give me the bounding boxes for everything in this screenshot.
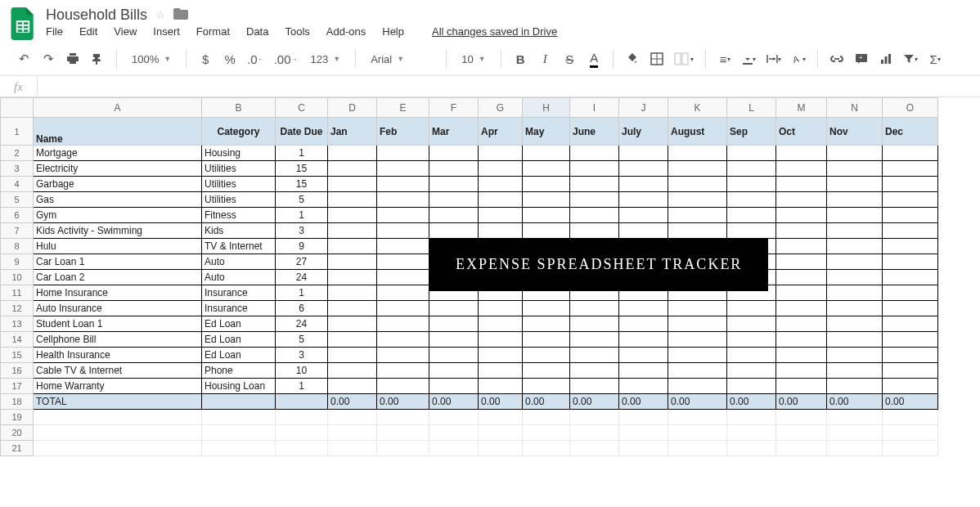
cell-H13[interactable] — [523, 316, 570, 332]
cell-K3[interactable] — [668, 161, 727, 177]
cell-D14[interactable] — [328, 332, 377, 348]
borders-button[interactable] — [646, 47, 668, 70]
cell-G18[interactable]: 0.00 — [479, 394, 523, 410]
cell-M12[interactable] — [776, 301, 827, 316]
cell-C12[interactable]: 6 — [276, 301, 328, 316]
cell-O10[interactable] — [883, 270, 938, 285]
currency-button[interactable]: $ — [195, 47, 216, 70]
cell-J15[interactable] — [619, 348, 668, 363]
cell-M5[interactable] — [776, 192, 827, 208]
cell-N8[interactable] — [827, 239, 883, 254]
col-header-B[interactable]: B — [202, 98, 276, 118]
functions-button[interactable]: Σ▾ — [924, 47, 946, 70]
cell-L12[interactable] — [727, 301, 776, 316]
cell-L13[interactable] — [727, 316, 776, 332]
cell-G7[interactable] — [479, 223, 523, 239]
row-header-17[interactable]: 17 — [1, 379, 34, 394]
paint-format-button[interactable] — [87, 47, 108, 70]
cell-C21[interactable] — [276, 441, 328, 456]
cell-O16[interactable] — [883, 363, 938, 379]
cell-M21[interactable] — [776, 441, 827, 456]
cell-M1[interactable]: Oct — [776, 118, 827, 146]
col-header-J[interactable]: J — [619, 98, 668, 118]
cell-I5[interactable] — [570, 192, 619, 208]
menu-format[interactable]: Format — [196, 25, 230, 38]
cell-K7[interactable] — [668, 223, 727, 239]
bold-button[interactable]: B — [510, 47, 531, 70]
cell-C11[interactable]: 1 — [276, 285, 328, 301]
cell-C3[interactable]: 15 — [276, 161, 328, 177]
cell-J20[interactable] — [619, 425, 668, 441]
cell-K5[interactable] — [668, 192, 727, 208]
fontsize-dropdown[interactable]: 10▼ — [455, 47, 492, 70]
cell-O13[interactable] — [883, 316, 938, 332]
cell-H18[interactable]: 0.00 — [523, 394, 570, 410]
cell-L3[interactable] — [727, 161, 776, 177]
star-icon[interactable]: ☆ — [155, 9, 165, 21]
cell-A11[interactable]: Home Insurance — [34, 285, 202, 301]
cell-F7[interactable] — [429, 223, 479, 239]
cell-B16[interactable]: Phone — [202, 363, 276, 379]
row-header-9[interactable]: 9 — [1, 254, 34, 270]
decrease-decimal-button[interactable]: .0← — [244, 47, 267, 70]
cell-F4[interactable] — [429, 177, 479, 192]
cell-L7[interactable] — [727, 223, 776, 239]
row-header-8[interactable]: 8 — [1, 239, 34, 254]
cell-C6[interactable]: 1 — [276, 208, 328, 223]
cell-H14[interactable] — [523, 332, 570, 348]
cell-I14[interactable] — [570, 332, 619, 348]
cell-F3[interactable] — [429, 161, 479, 177]
cell-A17[interactable]: Home Warranty — [34, 379, 202, 394]
cell-B1[interactable]: Category — [202, 118, 276, 146]
cell-C18[interactable] — [276, 394, 328, 410]
col-header-G[interactable]: G — [479, 98, 523, 118]
row-header-5[interactable]: 5 — [1, 192, 34, 208]
cell-F12[interactable] — [429, 301, 479, 316]
cell-J4[interactable] — [619, 177, 668, 192]
cell-C19[interactable] — [276, 410, 328, 425]
cell-A18[interactable]: TOTAL — [34, 394, 202, 410]
cell-O6[interactable] — [883, 208, 938, 223]
cell-M10[interactable] — [776, 270, 827, 285]
cell-N12[interactable] — [827, 301, 883, 316]
cell-H4[interactable] — [523, 177, 570, 192]
col-header-M[interactable]: M — [776, 98, 827, 118]
row-header-2[interactable]: 2 — [1, 146, 34, 161]
cell-D6[interactable] — [328, 208, 377, 223]
cell-F5[interactable] — [429, 192, 479, 208]
cell-M15[interactable] — [776, 348, 827, 363]
cell-F6[interactable] — [429, 208, 479, 223]
row-header-10[interactable]: 10 — [1, 270, 34, 285]
cell-J18[interactable]: 0.00 — [619, 394, 668, 410]
cell-D7[interactable] — [328, 223, 377, 239]
row-header-6[interactable]: 6 — [1, 208, 34, 223]
cell-D16[interactable] — [328, 363, 377, 379]
cell-L18[interactable]: 0.00 — [727, 394, 776, 410]
cell-N17[interactable] — [827, 379, 883, 394]
cell-A5[interactable]: Gas — [34, 192, 202, 208]
cell-K12[interactable] — [668, 301, 727, 316]
cell-H5[interactable] — [523, 192, 570, 208]
cell-A6[interactable]: Gym — [34, 208, 202, 223]
cell-I19[interactable] — [570, 410, 619, 425]
cell-D13[interactable] — [328, 316, 377, 332]
cell-M20[interactable] — [776, 425, 827, 441]
cell-M19[interactable] — [776, 410, 827, 425]
cell-N1[interactable]: Nov — [827, 118, 883, 146]
cell-A4[interactable]: Garbage — [34, 177, 202, 192]
cell-G13[interactable] — [479, 316, 523, 332]
col-header-A[interactable]: A — [34, 98, 202, 118]
cell-H12[interactable] — [523, 301, 570, 316]
cell-E11[interactable] — [377, 285, 429, 301]
cell-O4[interactable] — [883, 177, 938, 192]
cell-M17[interactable] — [776, 379, 827, 394]
cell-M3[interactable] — [776, 161, 827, 177]
cell-L4[interactable] — [727, 177, 776, 192]
cell-M4[interactable] — [776, 177, 827, 192]
cell-E14[interactable] — [377, 332, 429, 348]
cell-M7[interactable] — [776, 223, 827, 239]
undo-button[interactable]: ↶ — [13, 47, 34, 70]
menu-file[interactable]: File — [46, 25, 63, 38]
cell-F14[interactable] — [429, 332, 479, 348]
cell-B15[interactable]: Ed Loan — [202, 348, 276, 363]
